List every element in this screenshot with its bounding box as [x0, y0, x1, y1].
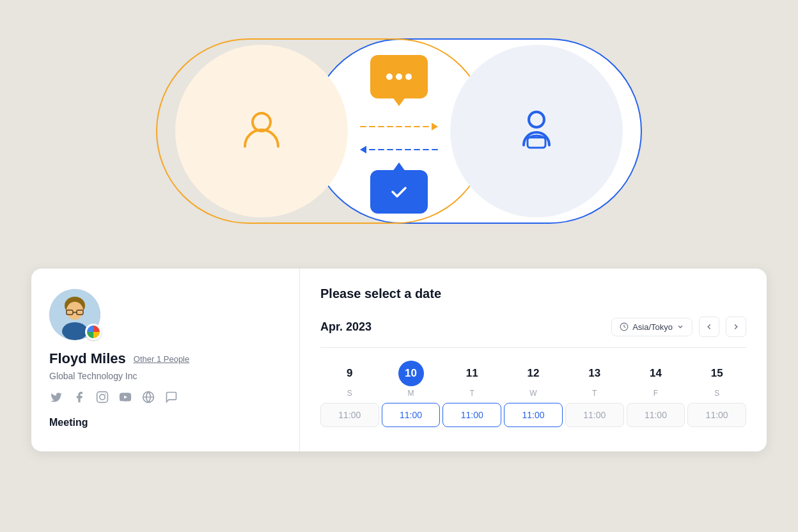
day-cell-9[interactable]: 9 S — [320, 361, 379, 398]
chat-dots — [386, 74, 412, 80]
timezone-selector[interactable]: Asia/Tokyo — [611, 318, 692, 336]
timezone-label: Asia/Tokyo — [632, 322, 673, 332]
day-number: 15 — [704, 361, 730, 386]
month-year-label: Apr. 2023 — [320, 320, 372, 334]
dashed-line-blue — [369, 149, 438, 151]
svg-point-1 — [529, 112, 544, 127]
day-cell-15[interactable]: 15 S — [687, 361, 746, 398]
time-slot-3[interactable]: 11:00 — [504, 403, 563, 427]
calendar-header: Apr. 2023 Asia/Tokyo — [320, 317, 746, 348]
day-number: 10 — [398, 361, 424, 386]
circle-blue — [450, 45, 623, 217]
day-label: T — [592, 389, 597, 398]
time-slot-5: 11:00 — [627, 403, 685, 427]
select-date-title: Please select a date — [320, 286, 746, 301]
day-label: S — [714, 389, 719, 398]
message-icon[interactable] — [164, 390, 178, 404]
agent-icon — [511, 104, 562, 158]
day-number: 12 — [520, 361, 546, 386]
youtube-icon[interactable] — [118, 390, 132, 404]
bottom-panel: Floyd Miles Other 1 People Global Techno… — [31, 269, 767, 451]
center-interaction-icons — [360, 55, 438, 214]
day-label: W — [529, 389, 536, 398]
svg-point-12 — [105, 394, 106, 395]
dot-2 — [396, 74, 402, 80]
clock-icon — [620, 322, 629, 331]
days-row: 9 S 10 M 11 T 12 W 13 T 14 F 15 S — [320, 361, 746, 398]
facebook-icon[interactable] — [72, 390, 86, 404]
avatar-container — [49, 289, 100, 340]
chevron-down-icon — [677, 323, 684, 331]
prev-month-button[interactable] — [699, 317, 719, 337]
chat-bubble-icon — [370, 55, 428, 98]
calendar-controls: Asia/Tokyo — [611, 317, 746, 337]
arrow-left-icon — [360, 146, 366, 153]
svg-rect-2 — [528, 137, 545, 148]
day-cell-12[interactable]: 12 W — [504, 361, 563, 398]
time-slot-6: 11:00 — [687, 403, 746, 427]
twitter-icon[interactable] — [49, 390, 63, 404]
svg-point-11 — [100, 395, 105, 400]
logo-inner — [87, 325, 100, 338]
profile-panel: Floyd Miles Other 1 People Global Techno… — [31, 269, 300, 451]
time-slot-1[interactable]: 11:00 — [382, 403, 441, 427]
app-logo — [85, 324, 102, 340]
meeting-section-title: Meeting — [49, 417, 281, 428]
hero-section — [111, 26, 687, 243]
day-label: F — [653, 389, 658, 398]
day-number: 14 — [643, 361, 668, 386]
day-label: S — [347, 389, 352, 398]
dashed-line-orange — [360, 126, 429, 128]
day-number: 13 — [582, 361, 607, 386]
svg-rect-10 — [97, 392, 108, 403]
instagram-icon[interactable] — [95, 390, 109, 404]
day-cell-13[interactable]: 13 T — [565, 361, 624, 398]
other-people-link[interactable]: Other 1 People — [134, 354, 189, 364]
arrow-left-row — [360, 146, 438, 153]
svg-point-9 — [62, 322, 88, 340]
day-cell-10[interactable]: 10 M — [382, 361, 441, 398]
times-row: 11:0011:0011:0011:0011:0011:0011:00 — [320, 403, 746, 427]
time-slot-0: 11:00 — [320, 403, 379, 427]
person-icon — [236, 104, 287, 158]
user-name-row: Floyd Miles Other 1 People — [49, 350, 281, 367]
day-label: M — [408, 389, 414, 398]
day-cell-11[interactable]: 11 T — [442, 361, 501, 398]
arrow-right-icon — [432, 123, 438, 130]
svg-point-0 — [253, 113, 270, 131]
user-name: Floyd Miles — [49, 350, 126, 367]
circle-orange — [175, 45, 348, 217]
day-number: 11 — [459, 361, 485, 386]
dot-3 — [405, 74, 412, 80]
arrow-right-row — [360, 123, 438, 130]
check-bubble-icon — [370, 170, 428, 214]
globe-icon[interactable] — [141, 390, 155, 404]
svg-point-5 — [66, 302, 83, 320]
day-number: 9 — [337, 361, 363, 386]
time-slot-4: 11:00 — [565, 403, 624, 427]
day-cell-14[interactable]: 14 F — [627, 361, 685, 398]
time-slot-2[interactable]: 11:00 — [442, 403, 501, 427]
company-name: Global Technology Inc — [49, 371, 281, 381]
next-month-button[interactable] — [726, 317, 746, 337]
calendar-panel: Please select a date Apr. 2023 Asia/Toky… — [300, 269, 767, 451]
day-label: T — [470, 389, 474, 398]
dot-1 — [386, 74, 393, 80]
social-icons-row — [49, 390, 281, 404]
pill-container — [156, 26, 642, 243]
